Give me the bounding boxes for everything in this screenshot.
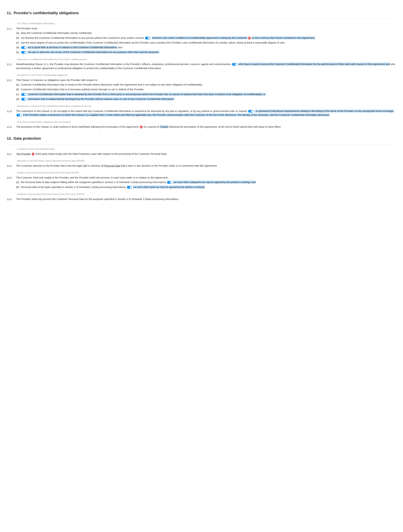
toggle-11-4-b[interactable] [16, 114, 22, 116]
label-12-4: Purposes of processing of personal data … [7, 192, 396, 196]
toggle-11-4-a[interactable] [248, 110, 253, 113]
clause-11-3: 11.3 This Clause 11 imposes no obligatio… [7, 78, 396, 102]
toggle-11-3-d[interactable] [21, 98, 27, 101]
toggle-11-2[interactable] [232, 63, 237, 66]
clause-11-1: 11.1 The Provider must: (a) keep the Cus… [7, 26, 396, 55]
clause-11-2: 11.2 Notwithstanding Clause 11.1, the Pr… [7, 62, 396, 71]
label-12-2: Warranty of Second Party's right to disc… [7, 159, 396, 163]
section-11-num: 11. [7, 10, 12, 16]
list-item: (a) Customer Confidential Information th… [16, 83, 396, 87]
list-item: (b) Personal Data of the types specified… [16, 185, 396, 189]
toggle-12-3-a[interactable] [167, 181, 172, 184]
toggle-11-1-d[interactable] [21, 46, 27, 49]
toggle-11-3-c[interactable] [21, 93, 27, 96]
clause-12-3: 12.3 The Customer shall only supply to t… [7, 176, 396, 190]
section-12-heading: 12. Data protection [7, 136, 396, 141]
clause-11-5: 11.5 The provisions of this Clause 11 sh… [7, 125, 396, 129]
label-12-3: Details of personal data processed by th… [7, 171, 396, 175]
label-11-4: Disclosures of Second Party confidential… [7, 104, 396, 108]
toggle-12-3-b[interactable] [127, 186, 132, 189]
list-item: (e) not use or allow the use of any of t… [16, 50, 396, 54]
list-item: (d) information that is independently de… [16, 97, 396, 101]
or-badge-12-1: or [32, 153, 34, 155]
document-content: 11. Provider's confidentiality obligatio… [7, 10, 396, 202]
section-11-heading: 11. Provider's confidentiality obligatio… [7, 10, 396, 16]
clause-12-2: 12.2 The Customer warrants to the Provid… [7, 164, 396, 168]
list-item: (b) not disclose the Customer Confidenti… [16, 36, 396, 40]
list-item: (a) the Personal Data of data subjects f… [16, 180, 396, 184]
list-item: (c) Customer Confidential Information th… [16, 92, 396, 96]
clause-11-4: 11.4 The restrictions in this Clause 11 … [7, 109, 396, 118]
or-badge: or [248, 37, 251, 39]
section-12-title: Data protection [14, 136, 41, 141]
label-11-5: First Party confidentiality obligations … [7, 120, 396, 124]
label-11-1: First Party confidentiality undertaking [7, 22, 396, 25]
label-12-1: Compliance with data protection laws [7, 147, 396, 151]
list-item: (c) use the same degree of care to prote… [16, 41, 396, 44]
label-11-3: Exceptions to First Party confidentialit… [7, 74, 396, 77]
clause-12-1: 12.1 The Provider or Each party shall co… [7, 152, 396, 157]
clause-12-4: 12.4 The Provider shall only process the… [7, 197, 396, 202]
list-item: (a) keep the Customer Confidential Infor… [16, 31, 396, 35]
toggle-11-1-e[interactable] [21, 51, 27, 54]
toggle-11-1-b[interactable] [145, 37, 150, 39]
list-item: (b) Customer Confidential Information th… [16, 87, 396, 91]
section-11-title: Provider's confidentiality obligations [14, 10, 79, 16]
list-item: (d) act in good faith at all times in re… [16, 45, 396, 49]
section-12-num: 12. [7, 136, 12, 141]
label-11-2: Disclosure of confidential information b… [7, 58, 396, 61]
or-badge-11-5: or [140, 126, 143, 128]
